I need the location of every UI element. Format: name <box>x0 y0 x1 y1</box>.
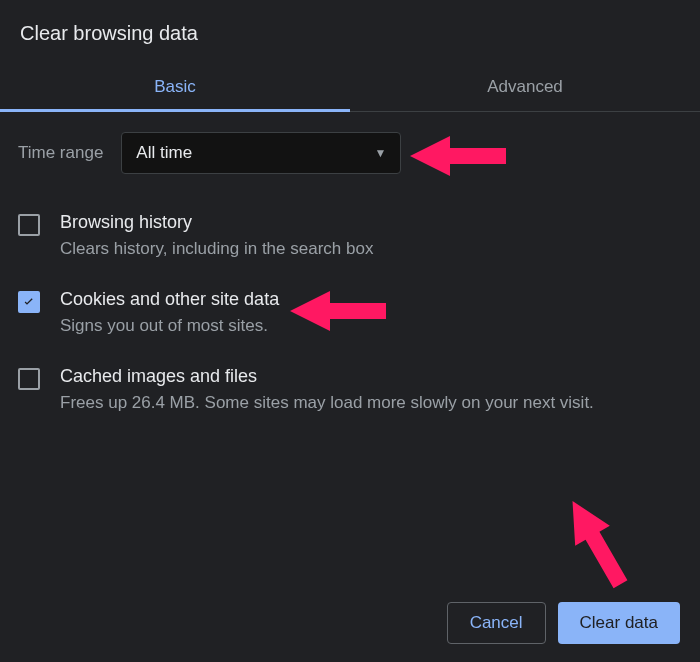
tab-bar: Basic Advanced <box>0 63 700 112</box>
dialog-title: Clear browsing data <box>0 0 700 63</box>
option-browsing-history: Browsing history Clears history, includi… <box>18 198 682 275</box>
options-list: Browsing history Clears history, includi… <box>0 192 700 434</box>
clear-data-button[interactable]: Clear data <box>558 602 680 644</box>
checkbox-cookies[interactable] <box>18 291 40 313</box>
option-desc: Frees up 26.4 MB. Some sites may load mo… <box>60 391 594 415</box>
option-title: Cookies and other site data <box>60 289 279 310</box>
option-title: Cached images and files <box>60 366 594 387</box>
time-range-label: Time range <box>18 143 103 163</box>
time-range-row: Time range All time ▼ <box>0 112 700 192</box>
cancel-button[interactable]: Cancel <box>447 602 546 644</box>
option-cached: Cached images and files Frees up 26.4 MB… <box>18 352 682 429</box>
svg-marker-2 <box>560 491 630 590</box>
time-range-select[interactable]: All time ▼ <box>121 132 401 174</box>
option-title: Browsing history <box>60 212 373 233</box>
tab-advanced[interactable]: Advanced <box>350 63 700 111</box>
checkbox-cached[interactable] <box>18 368 40 390</box>
time-range-value: All time <box>136 143 192 163</box>
button-row: Cancel Clear data <box>447 602 680 644</box>
chevron-down-icon: ▼ <box>374 146 386 160</box>
checkbox-browsing-history[interactable] <box>18 214 40 236</box>
option-desc: Clears history, including in the search … <box>60 237 373 261</box>
annotation-arrow-icon <box>560 490 630 590</box>
option-cookies: Cookies and other site data Signs you ou… <box>18 275 682 352</box>
option-desc: Signs you out of most sites. <box>60 314 279 338</box>
tab-basic[interactable]: Basic <box>0 63 350 111</box>
